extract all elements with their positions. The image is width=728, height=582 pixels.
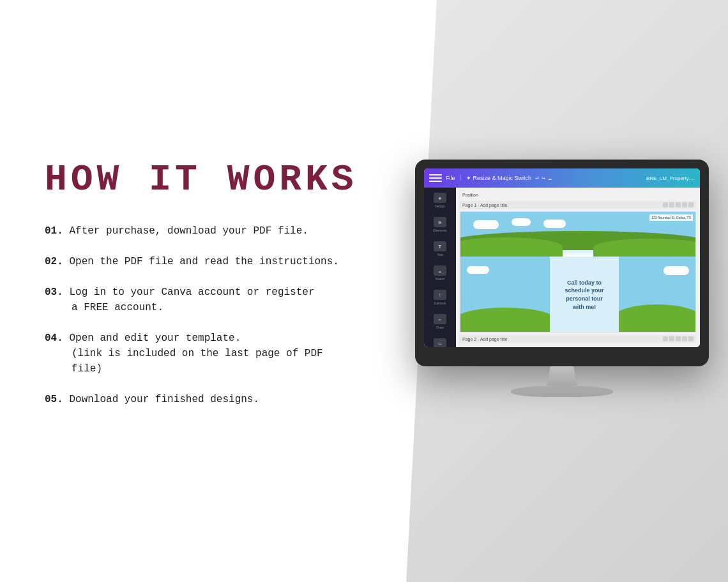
call-today-text: Call today toschedule yourpersonal tourw… [565,279,603,311]
stand-neck [543,366,581,385]
left-panel: HOW IT WORKS 01. After purchase, downloa… [0,0,396,582]
flyer-center: Call today toschedule yourpersonal tourw… [550,257,619,332]
share-icon[interactable]: ☁ [548,174,552,182]
redo-icon[interactable]: ↪ [542,174,545,182]
sidebar-text[interactable]: T Text [434,241,446,257]
hill-right [593,239,695,257]
flyer-left-sky [460,257,550,332]
monitor-screen: File | ✦ Resize & Magic Switch ↩ ↪ ☁ BRE… [424,168,700,347]
sidebar-elements[interactable]: ⊞ Elements [434,217,447,232]
step-1-text: After purchase, download your PDF file. [69,225,308,237]
sidebar-projects[interactable]: ▭ Projects [434,338,446,347]
step-4-indent: (link is included on the last page of PD… [72,346,358,377]
canva-main: Position Page 1 · Add page title [456,188,700,347]
canva-topbar: File | ✦ Resize & Magic Switch ↩ ↪ ☁ BRE… [424,168,700,188]
sidebar-brand[interactable]: ☁ Brand [434,265,446,281]
sidebar-uploads[interactable]: ↑ Uploads [434,290,446,305]
step-3: 03. Log in to your Canva account or regi… [45,285,358,315]
menu-icon[interactable] [429,173,442,183]
undo-icon[interactable]: ↩ [535,174,539,182]
sidebar-draw[interactable]: ✏ Draw [434,314,446,329]
cloud-1 [473,220,499,229]
page-2-label: Page 2 · Add page title [460,335,696,343]
step-5: 05. Download your finished designs. [45,392,358,407]
step-1-number: 01. [45,225,63,237]
cloud-3 [543,220,566,228]
steps-list: 01. After purchase, download your PDF fi… [45,223,358,422]
canva-file-label[interactable]: File [446,175,455,181]
canva-arrows: ↩ ↪ ☁ [535,174,552,182]
step-5-number: 05. [45,394,63,405]
address-tag: 123 Roundup St, Dallas, TX [649,214,693,221]
left-hill [460,308,550,332]
hill-left [460,237,563,257]
step-2: 02. Open the PDF file and read the instr… [45,254,358,269]
page-1-label: Page 1 · Add page title [460,201,696,209]
canva-separator: | [459,175,462,181]
step-4-number: 04. [45,332,63,344]
step-3-indent: a FREE account. [72,300,358,315]
monitor-container: File | ✦ Resize & Magic Switch ↩ ↪ ☁ BRE… [415,160,709,397]
canva-doc-title: BRE_LM_Property-... [646,175,695,181]
canva-sidebar: ◈ Design ⊞ Elements T Text [424,188,456,347]
canva-body: ◈ Design ⊞ Elements T Text [424,188,700,347]
right-cloud [664,266,689,275]
flyer-bottom: Call today toschedule yourpersonal tourw… [460,257,695,332]
position-bar: Position [460,191,696,198]
sidebar-design[interactable]: ◈ Design [434,193,446,208]
flyer-canvas: 123 Roundup St, Dallas, TX [460,211,696,332]
monitor-bezel: File | ✦ Resize & Magic Switch ↩ ↪ ☁ BRE… [415,160,709,366]
monitor-stand [415,366,709,397]
canva-resize-label[interactable]: ✦ Resize & Magic Switch [466,175,531,181]
step-4: 04. Open and edit your template. (link i… [45,331,358,377]
step-3-text: Log in to your Canva account or register [69,287,314,298]
stand-base [511,385,613,397]
step-2-text: Open the PDF file and read the instructi… [69,256,338,267]
flyer-landscape-top: 123 Roundup St, Dallas, TX [460,212,695,257]
step-3-number: 03. [45,287,63,298]
page-heading: HOW IT WORKS [45,160,358,200]
step-2-number: 02. [45,256,63,267]
step-5-text: Download your finished designs. [69,394,259,405]
left-cloud [467,266,489,274]
step-1: 01. After purchase, download your PDF fi… [45,223,358,239]
right-hill [619,304,695,332]
cloud-2 [512,218,531,226]
monitor: File | ✦ Resize & Magic Switch ↩ ↪ ☁ BRE… [415,160,709,366]
flyer-right-sky [619,257,695,332]
step-4-text: Open and edit your template. [69,332,241,344]
right-panel: File | ✦ Resize & Magic Switch ↩ ↪ ☁ BRE… [396,0,728,582]
hills-top [460,234,695,257]
